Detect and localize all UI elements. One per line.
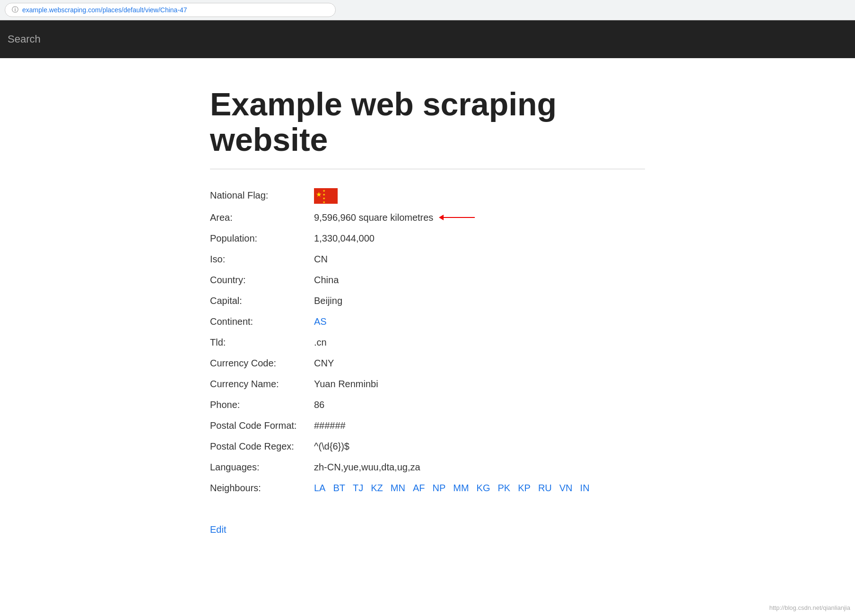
phone-value: 86 <box>314 398 324 412</box>
currency-name-value: Yuan Renminbi <box>314 377 378 391</box>
neighbour-link-tj[interactable]: TJ <box>353 481 363 495</box>
tld-row: Tld: .cn <box>210 335 645 349</box>
neighbour-link-bt[interactable]: BT <box>333 481 345 495</box>
nav-bar: Search <box>0 20 855 58</box>
iso-row: Iso: CN <box>210 252 645 266</box>
neighbour-link-kp[interactable]: KP <box>518 481 531 495</box>
continent-link[interactable]: AS <box>314 314 327 329</box>
continent-label: Continent: <box>210 314 314 329</box>
url-text[interactable]: example.webscraping.com/places/default/v… <box>22 6 187 14</box>
phone-row: Phone: 86 <box>210 398 645 412</box>
neighbour-link-af[interactable]: AF <box>413 481 425 495</box>
currency-code-label: Currency Code: <box>210 356 314 370</box>
neighbours-row: Neighbours: LABTTJKZMNAFNPMMKGPKKPRUVNIN <box>210 481 645 495</box>
neighbour-link-mn[interactable]: MN <box>391 481 405 495</box>
postal-code-format-label: Postal Code Format: <box>210 418 314 433</box>
browser-chrome: ⓘ example.webscraping.com/places/default… <box>0 0 855 20</box>
postal-code-regex-label: Postal Code Regex: <box>210 439 314 453</box>
page-title: Example web scraping website <box>210 87 645 157</box>
neighbour-link-np[interactable]: NP <box>432 481 445 495</box>
small-stars: ★ ★ ★ ★ <box>323 189 325 204</box>
arrow-annotation <box>442 217 475 218</box>
country-value: China <box>314 273 339 287</box>
area-row: Area: 9,596,960 square kilometres <box>210 210 645 225</box>
languages-row: Languages: zh-CN,yue,wuu,dta,ug,za <box>210 460 645 474</box>
postal-code-regex-row: Postal Code Regex: ^(\d{6})$ <box>210 439 645 453</box>
currency-name-label: Currency Name: <box>210 377 314 391</box>
area-label: Area: <box>210 210 314 225</box>
tld-label: Tld: <box>210 335 314 349</box>
country-row: Country: China <box>210 273 645 287</box>
capital-row: Capital: Beijing <box>210 294 645 308</box>
country-label: Country: <box>210 273 314 287</box>
currency-code-value: CNY <box>314 356 334 370</box>
search-label: Search <box>8 33 41 45</box>
population-row: Population: 1,330,044,000 <box>210 231 645 245</box>
divider <box>210 169 645 169</box>
china-flag-icon: ★ ★ ★ ★ <box>314 188 338 204</box>
phone-label: Phone: <box>210 398 314 412</box>
main-content: Example web scraping website National Fl… <box>144 58 711 564</box>
iso-value: CN <box>314 252 328 266</box>
neighbours-value: LABTTJKZMNAFNPMMKGPKKPRUVNIN <box>314 481 593 495</box>
neighbour-link-kg[interactable]: KG <box>477 481 490 495</box>
currency-name-row: Currency Name: Yuan Renminbi <box>210 377 645 391</box>
iso-label: Iso: <box>210 252 314 266</box>
population-value: 1,330,044,000 <box>314 231 375 245</box>
neighbour-link-la[interactable]: LA <box>314 481 325 495</box>
neighbour-link-pk[interactable]: PK <box>498 481 511 495</box>
national-flag-value: ★ ★ ★ ★ <box>314 188 338 204</box>
neighbour-link-in[interactable]: IN <box>580 481 590 495</box>
postal-code-format-value: ###### <box>314 418 346 433</box>
arrow-line <box>442 217 475 218</box>
continent-row: Continent: AS <box>210 314 645 329</box>
area-value: 9,596,960 square kilometres <box>314 210 475 225</box>
neighbour-link-kz[interactable]: KZ <box>371 481 383 495</box>
neighbour-link-vn[interactable]: VN <box>559 481 573 495</box>
address-bar-row: ⓘ example.webscraping.com/places/default… <box>0 0 855 20</box>
capital-label: Capital: <box>210 294 314 308</box>
capital-value: Beijing <box>314 294 342 308</box>
postal-code-regex-value: ^(\d{6})$ <box>314 439 349 453</box>
languages-value: zh-CN,yue,wuu,dta,ug,za <box>314 460 420 474</box>
national-flag-row: National Flag: ★ ★ ★ ★ <box>210 188 645 204</box>
languages-label: Languages: <box>210 460 314 474</box>
address-bar[interactable]: ⓘ example.webscraping.com/places/default… <box>5 3 336 17</box>
neighbour-link-ru[interactable]: RU <box>538 481 552 495</box>
national-flag-label: National Flag: <box>210 188 314 202</box>
neighbours-label: Neighbours: <box>210 481 314 495</box>
info-table: National Flag: ★ ★ ★ ★ Area: 9,596,960 s… <box>210 188 645 502</box>
postal-code-format-row: Postal Code Format: ###### <box>210 418 645 433</box>
continent-value: AS <box>314 314 327 329</box>
currency-code-row: Currency Code: CNY <box>210 356 645 370</box>
edit-link[interactable]: Edit <box>210 524 226 535</box>
neighbour-link-mm[interactable]: MM <box>453 481 469 495</box>
population-label: Population: <box>210 231 314 245</box>
info-icon: ⓘ <box>12 6 18 14</box>
tld-value: .cn <box>314 335 327 349</box>
